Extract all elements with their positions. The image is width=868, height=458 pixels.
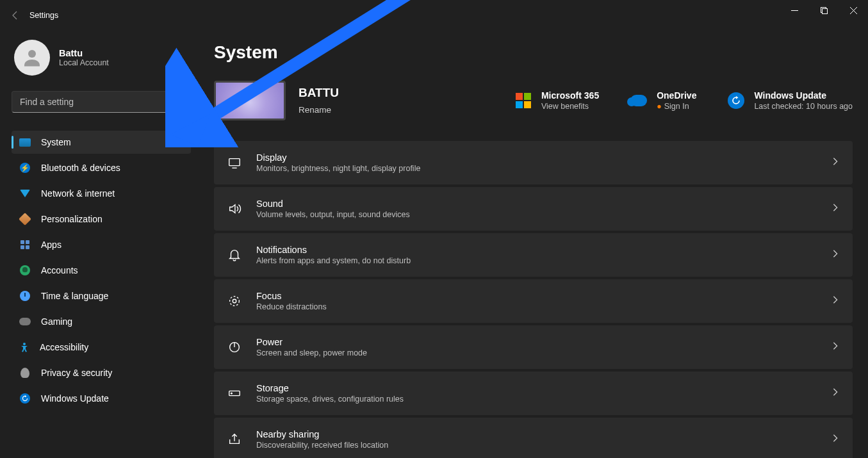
nav-item-gaming[interactable]: Gaming [12,310,191,333]
svg-point-3 [174,97,179,102]
nav-item-time[interactable]: Time & language [12,284,191,307]
svg-point-7 [230,297,240,306]
card-title: Notifications [256,245,411,255]
maximize-button[interactable] [809,0,839,20]
profile-name: Battu [59,48,109,58]
nav-item-system[interactable]: System [12,131,191,154]
svg-rect-5 [229,159,240,166]
share-icon [227,432,242,446]
page-title: System [214,42,853,63]
rename-link[interactable]: Rename [299,105,331,115]
gamepad-icon [19,316,31,327]
close-button[interactable] [839,0,868,20]
chevron-right-icon [831,157,840,168]
svg-point-2 [28,50,36,58]
display-icon [227,156,242,170]
svg-point-4 [23,343,26,345]
card-nearby-sharing[interactable]: Nearby sharingDiscoverability, received … [214,418,853,458]
card-title: Nearby sharing [256,429,388,439]
chevron-right-icon [831,434,840,445]
nav-label: Network & internet [41,188,115,199]
search-icon [172,96,182,108]
card-focus[interactable]: FocusReduce distractions [214,279,853,323]
nav-label: Gaming [41,316,72,327]
chevron-right-icon [831,388,840,399]
pc-name: BATTU [299,86,339,100]
accessibility-icon [19,342,29,352]
sound-icon [227,202,242,216]
brush-icon [19,213,31,225]
profile-block[interactable]: Battu Local Account [12,31,191,91]
system-icon [19,136,31,148]
nav-label: System [41,137,71,147]
svg-point-10 [231,393,233,394]
nav-label: Bluetooth & devices [41,163,120,173]
card-power[interactable]: PowerScreen and sleep, power mode [214,325,853,369]
card-subtitle: Volume levels, output, input, sound devi… [256,210,410,219]
nav-item-network[interactable]: Network & internet [12,182,191,205]
promo-subtitle: View benefits [541,102,599,111]
power-icon [227,340,242,354]
promo-title: OneDrive [657,90,696,101]
nav-item-apps[interactable]: Apps [12,233,191,256]
nav-label: Apps [41,240,61,250]
nav-item-accessibility[interactable]: Accessibility [12,336,191,359]
profile-subtitle: Local Account [59,58,109,67]
card-title: Sound [256,199,410,209]
promo-title: Windows Update [754,90,853,101]
person-icon [19,265,31,276]
sidebar: Battu Local Account System ⚡ Bluetooth &… [0,31,199,458]
card-title: Power [256,337,367,347]
card-notifications[interactable]: NotificationsAlerts from apps and system… [214,233,853,277]
settings-cards: DisplayMonitors, brightness, night light… [214,141,853,458]
focus-icon [227,294,242,308]
nav-label: Personalization [41,214,102,224]
promo-title: Microsoft 365 [541,90,599,101]
promo-subtitle: ●Sign In [657,102,696,111]
chevron-right-icon [831,295,840,307]
window-title: Settings [29,11,58,20]
nav-item-accounts[interactable]: Accounts [12,259,191,282]
card-display[interactable]: DisplayMonitors, brightness, night light… [214,141,853,184]
nav-item-update[interactable]: Windows Update [12,387,191,410]
card-subtitle: Alerts from apps and system, do not dist… [256,256,411,265]
onedrive-icon [630,92,648,110]
svg-rect-1 [822,8,827,13]
windows-update-icon [727,92,745,110]
storage-icon [227,386,242,400]
chevron-right-icon [831,341,840,353]
shield-icon [19,367,31,379]
nav-item-personalization[interactable]: Personalization [12,208,191,231]
clock-icon [19,290,31,302]
chevron-right-icon [831,249,840,261]
promo-subtitle: Last checked: 10 hours ago [754,102,853,111]
nav-label: Accounts [41,265,78,275]
main-content: System BATTU Rename Microsoft 365 View b… [199,31,868,458]
back-button[interactable] [5,5,26,26]
card-subtitle: Monitors, brightness, night light, displ… [256,164,420,173]
card-title: Storage [256,383,404,393]
card-subtitle: Discoverability, received files location [256,441,388,450]
nav-label: Privacy & security [41,368,112,378]
card-subtitle: Reduce distractions [256,302,327,311]
search-input[interactable] [12,91,188,113]
minimize-button[interactable] [780,0,809,20]
card-subtitle: Screen and sleep, power mode [256,348,367,357]
nav-label: Time & language [41,291,108,301]
title-bar: Settings [0,0,868,31]
promo-microsoft365[interactable]: Microsoft 365 View benefits [514,90,599,111]
chevron-right-icon [831,203,840,215]
bluetooth-icon: ⚡ [19,162,31,174]
svg-point-6 [233,299,236,303]
nav-item-bluetooth[interactable]: ⚡ Bluetooth & devices [12,156,191,179]
promo-windows-update[interactable]: Windows Update Last checked: 10 hours ag… [727,90,853,111]
nav-item-privacy[interactable]: Privacy & security [12,361,191,384]
card-storage[interactable]: StorageStorage space, drives, configurat… [214,372,853,415]
nav-label: Windows Update [41,393,109,404]
microsoft-icon [514,92,532,110]
nav: System ⚡ Bluetooth & devices Network & i… [12,131,191,410]
bell-icon [227,248,242,262]
promo-onedrive[interactable]: OneDrive ●Sign In [630,90,696,111]
card-sound[interactable]: SoundVolume levels, output, input, sound… [214,187,853,231]
avatar [14,40,50,76]
